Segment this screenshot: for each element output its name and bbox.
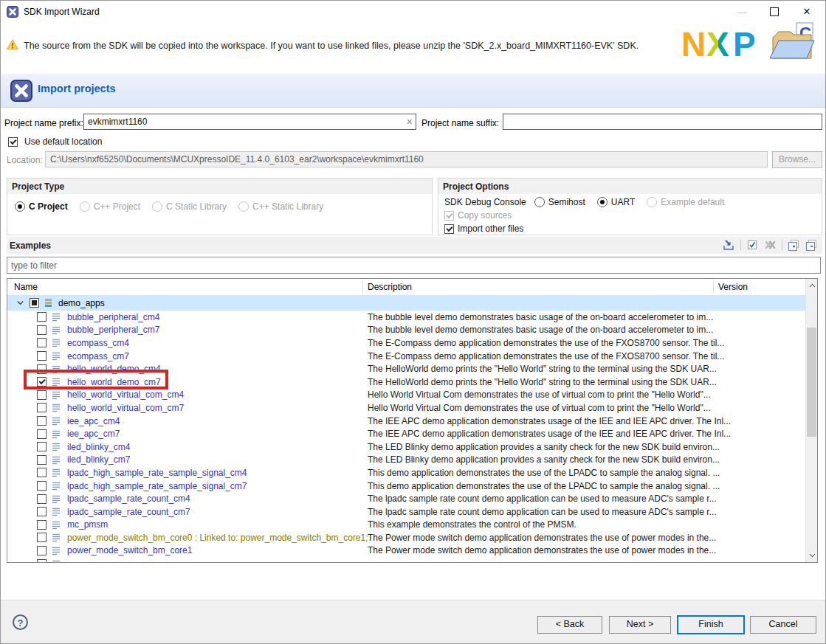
table-row-iled_blinky_cm4[interactable]: iled_blinky_cm4The LED Blinky demo appli… [7,440,805,454]
table-row-lpadc_high_sample_rate_sample_signal_cm7[interactable]: lpadc_high_sample_rate_sample_signal_cm7… [7,479,805,493]
column-header-description[interactable]: Description [368,282,412,292]
row-checkbox[interactable] [37,468,47,477]
checkbox-icon[interactable] [444,224,454,234]
table-row-hello_world_virtual_com_cm7[interactable]: hello_world_virtual_com_cm7Hello World V… [7,401,805,415]
example-name[interactable]: iled_blinky_cm7 [67,454,130,465]
row-checkbox[interactable] [37,377,47,387]
column-header-name[interactable]: Name [14,282,38,292]
table-row-hello_world_virtual_com_cm4[interactable]: hello_world_virtual_com_cm4Hello World V… [7,389,805,402]
example-name[interactable]: ecompass_cm7 [67,351,129,361]
row-checkbox[interactable] [37,351,47,361]
table-row-lpadc_sample_rate_count_cm7[interactable]: lpadc_sample_rate_count_cm7The lpadc sam… [7,505,805,519]
table-row-bubble_peripheral_cm4[interactable]: bubble_peripheral_cm4The bubble level de… [7,311,805,324]
table-row-iee_apc_cm7[interactable]: iee_apc_cm7The IEE APC demo application … [7,427,805,440]
select-all-icon[interactable] [746,239,759,251]
radio-uart[interactable]: UART [597,197,635,207]
table-row-iee_apc_cm4[interactable]: iee_apc_cm4The IEE APC demo application … [7,415,805,428]
row-checkbox[interactable] [37,507,47,516]
suffix-input[interactable] [503,114,822,130]
group-checkbox-partial[interactable] [30,298,39,308]
example-name[interactable]: lpadc_sample_rate_count_cm4 [67,494,190,504]
finish-button[interactable]: Finish [677,615,745,634]
clear-prefix-icon[interactable]: ✕ [406,117,413,127]
example-name[interactable]: mc_pmsm [67,519,108,530]
checkbox-import-other-files[interactable]: Import other files [438,224,822,234]
example-name[interactable]: iee_apc_cm4 [67,416,120,426]
example-name[interactable]: iee_apc_cm7 [67,429,120,439]
table-row-lpadc_sample_rate_count_cm4[interactable]: lpadc_sample_rate_count_cm4The lpadc sam… [7,492,805,505]
radio-icon [238,201,249,212]
page-title: Import projects [38,83,116,94]
row-checkbox[interactable] [37,325,47,335]
table-row-iled_blinky_cm7[interactable]: iled_blinky_cm7The LED Blinky demo appli… [7,454,805,467]
help-button[interactable]: ? [13,614,28,630]
scroll-down-arrow[interactable] [806,550,818,561]
example-name[interactable]: bubble_peripheral_cm7 [67,325,159,335]
table-row-group-demo-apps[interactable]: demo_apps [7,295,805,311]
deselect-all-icon[interactable] [764,239,777,251]
row-checkbox[interactable] [37,429,47,439]
use-default-location-checkbox[interactable] [8,137,18,147]
radio-semihost[interactable]: Semihost [534,197,585,207]
table-row-power_mode_switch_bm_core0[interactable]: power_mode_switch_bm_core0 : Linked to: … [7,531,805,544]
example-file-icon [52,364,61,374]
import-example-icon[interactable] [723,239,735,251]
row-checkbox[interactable] [37,559,47,562]
scrollbar-thumb[interactable] [807,328,816,437]
vertical-scrollbar[interactable] [805,279,817,562]
table-row-mc_pmsm[interactable]: mc_pmsmThis example demonstrates the con… [7,519,805,532]
row-checkbox[interactable] [37,494,47,504]
row-checkbox[interactable] [37,520,47,530]
window-title: SDK Import Wizard [24,7,100,17]
example-name[interactable]: iled_blinky_cm4 [67,442,130,452]
table-row-power_mode_switch_bm_core1[interactable]: power_mode_switch_bm_core1The Power mode… [7,544,805,558]
example-name[interactable]: lpadc_high_sample_rate_sample_signal_cm4 [67,468,247,478]
table-row-hello_world_demo_cm7[interactable]: hello_world_demo_cm7The HelloWorld demo … [7,375,805,389]
radio-icon[interactable] [597,197,608,207]
use-default-location[interactable]: Use default location [8,136,102,147]
row-checkbox[interactable] [37,416,47,426]
table-row-hello_world_demo_cm4[interactable]: hello_world_demo_cm4The HelloWorld demo … [7,362,805,375]
expand-all-icon[interactable] [788,239,800,251]
minimize-button[interactable]: — [726,1,758,23]
row-checkbox[interactable] [37,338,47,347]
example-name[interactable]: hello_world_virtual_com_cm7 [67,403,184,413]
example-name[interactable]: lpadc_high_sample_rate_sample_signal_cm7 [67,481,247,491]
example-name[interactable]: ecompass_cm4 [67,338,129,348]
row-checkbox[interactable] [37,390,47,400]
row-checkbox[interactable] [37,442,47,451]
example-name[interactable]: power_mode_switch_bm_core1 [67,545,192,555]
chevron-down-icon[interactable] [16,299,24,307]
table-row-ecompass_cm7[interactable]: ecompass_cm7The E-Compass demo applicati… [7,350,805,363]
radio-icon[interactable] [15,201,25,212]
maximize-button[interactable] [758,1,791,23]
example-name[interactable]: lpadc_sample_rate_count_cm7 [67,507,190,517]
row-checkbox[interactable] [37,403,47,412]
example-name[interactable]: power_mode_switch_bm_core0 : Linked to: … [67,533,368,543]
radio-c-project[interactable]: C Project [15,201,68,212]
scroll-up-arrow[interactable] [806,280,818,291]
collapse-all-icon[interactable] [805,239,818,251]
example-name[interactable]: bubble_peripheral_cm4 [67,312,159,322]
table-row-lpadc_high_sample_rate_sample_signal_cm4[interactable]: lpadc_high_sample_rate_sample_signal_cm4… [7,466,805,479]
example-name[interactable]: hello_world_demo_cm7 [67,377,161,387]
radio-icon[interactable] [534,197,545,207]
table-row-bubble_peripheral_cm7[interactable]: bubble_peripheral_cm7The bubble level de… [7,324,805,337]
column-header-version[interactable]: Version [718,282,748,292]
row-checkbox[interactable] [37,312,47,322]
table-row-ecompass_cm4[interactable]: ecompass_cm4The E-Compass demo applicati… [7,336,805,350]
row-checkbox[interactable] [37,546,47,555]
next-button[interactable]: Next > [609,616,671,634]
example-name[interactable]: hello_world_demo_cm4 [67,364,161,374]
row-checkbox[interactable] [37,533,47,542]
example-name[interactable]: hello_world_virtual_com_cm4 [67,389,184,400]
row-checkbox[interactable] [37,455,47,465]
cancel-button[interactable]: Cancel [750,616,816,634]
examples-filter-input[interactable] [7,257,821,274]
back-button[interactable]: < Back [537,616,602,634]
prefix-input[interactable] [83,114,416,130]
close-button[interactable]: ✕ [791,1,823,23]
example-description: The HelloWorld demo prints the "Hello Wo… [368,364,717,374]
row-checkbox[interactable] [37,364,47,374]
row-checkbox[interactable] [37,481,47,491]
